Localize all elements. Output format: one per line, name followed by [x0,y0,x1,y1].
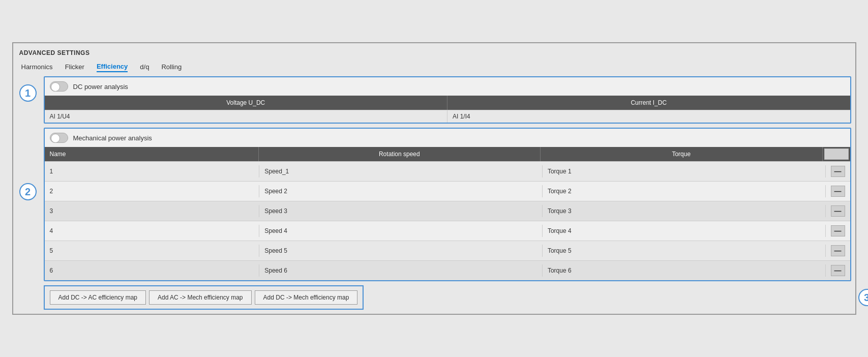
tab-dq[interactable]: d/q [140,62,149,72]
mech-row-5: 5 Speed 5 Torque 5 — [45,241,850,260]
mech-grid-header: Name Rotation speed Torque [45,147,850,161]
mech-remove-2[interactable]: — [826,182,850,201]
mech-name-6: 6 [45,264,260,277]
mech-header-torque: Torque [541,147,822,161]
mech-name-5: 5 [45,245,260,257]
mech-speed-1: Speed_1 [259,165,543,177]
add-dc-ac-btn[interactable]: Add DC -> AC efficiency map [50,290,146,305]
mech-remove-3[interactable]: — [826,201,850,221]
bottom-area: Add DC -> AC efficiency map Add AC -> Me… [44,285,851,310]
mech-speed-2: Speed 2 [259,185,543,197]
mech-header-row: Mechanical power analysis [45,129,850,147]
dc-header-voltage: Voltage U_DC [45,96,448,110]
remove-btn-1[interactable]: — [831,166,845,177]
mech-remove-4[interactable]: — [826,221,850,241]
dc-grid-row: AI 1/U4 AI 1/I4 [45,110,850,123]
remove-btn-4[interactable]: — [831,225,845,236]
mech-speed-6: Speed 6 [259,264,543,277]
mech-remove-6[interactable]: — [826,261,850,280]
tab-efficiency[interactable]: Efficiency [97,62,128,72]
dc-header-row: DC power analysis [45,77,850,96]
remove-btn-2[interactable]: — [831,186,845,197]
section-number-1: 1 [19,84,37,102]
main-container: ADVANCED SETTINGS Harmonics Flicker Effi… [12,42,856,315]
mech-name-1: 1 [45,165,260,177]
dc-section-label: DC power analysis [73,83,128,91]
add-ac-mech-btn[interactable]: Add AC -> Mech efficiency map [149,290,252,305]
dc-power-section: DC power analysis Voltage U_DC Current I… [44,76,851,124]
dc-cell-voltage: AI 1/U4 [45,110,448,123]
mech-name-3: 3 [45,205,260,217]
dc-cell-current: AI 1/I4 [447,110,850,123]
mech-speed-4: Speed 4 [259,225,543,237]
section-number-3: 3 [858,289,869,306]
tab-harmonics[interactable]: Harmonics [21,62,53,72]
mech-name-2: 2 [45,185,260,197]
mech-header-speed: Rotation speed [259,147,541,161]
mech-row-2: 2 Speed 2 Torque 2 — [45,181,850,201]
mech-torque-3: Torque 3 [543,205,826,217]
mech-name-4: 4 [45,225,260,237]
section-number-2: 2 [19,183,37,200]
dc-toggle[interactable] [50,81,68,92]
mech-row-4: 4 Speed 4 Torque 4 — [45,221,850,241]
advanced-settings-title: ADVANCED SETTINGS [17,47,851,60]
dc-grid-header: Voltage U_DC Current I_DC [45,96,850,110]
sections-area: 1 DC power analysis Voltage U_DC Current… [44,76,851,310]
mech-torque-4: Torque 4 [543,225,826,237]
mech-torque-6: Torque 6 [543,264,826,277]
mech-row-3: 3 Speed 3 Torque 3 — [45,201,850,221]
tab-flicker[interactable]: Flicker [65,62,84,72]
mech-header-name: Name [45,147,259,161]
tab-rolling[interactable]: Rolling [161,62,182,72]
mech-header-btn-cell [824,148,849,160]
mech-torque-5: Torque 5 [543,245,826,257]
remove-btn-5[interactable]: — [831,245,845,256]
remove-btn-6[interactable]: — [831,265,845,276]
mech-row-1: 1 Speed_1 Torque 1 — [45,161,850,181]
remove-btn-3[interactable]: — [831,205,845,217]
mechanical-power-section: Mechanical power analysis Name Rotation … [44,128,851,281]
mech-speed-5: Speed 5 [259,245,543,257]
mech-toggle[interactable] [50,133,68,143]
mech-torque-2: Torque 2 [543,185,826,197]
tab-bar: Harmonics Flicker Efficiency d/q Rolling [17,60,851,76]
efficiency-buttons-section: Add DC -> AC efficiency map Add AC -> Me… [44,285,364,310]
mech-speed-3: Speed 3 [259,205,543,217]
mech-torque-1: Torque 1 [543,165,826,177]
dc-header-current: Current I_DC [447,96,850,110]
mech-remove-1[interactable]: — [826,162,850,181]
mech-section-label: Mechanical power analysis [73,134,152,142]
add-dc-mech-btn[interactable]: Add DC -> Mech efficiency map [255,290,358,305]
mech-row-6: 6 Speed 6 Torque 6 — [45,260,850,280]
mech-remove-5[interactable]: — [826,241,850,260]
